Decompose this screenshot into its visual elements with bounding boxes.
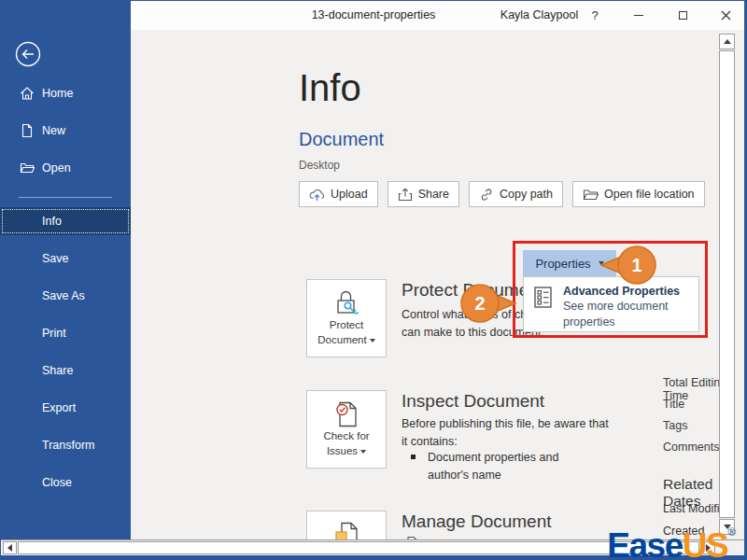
toolbar-button-label: Upload	[331, 188, 368, 201]
check-for-issues-button[interactable]: Check for Issues	[306, 390, 387, 469]
share-icon	[398, 188, 413, 202]
protect-document-button[interactable]: Protect Document	[306, 279, 387, 357]
step-1-callout: 1	[599, 245, 657, 289]
properties-button-label: Properties	[535, 257, 590, 271]
logo-text-ease: Ease	[607, 526, 682, 560]
sidebar-item-label: Close	[42, 476, 72, 489]
help-button[interactable]: ?	[581, 1, 609, 30]
sidebar-item-label: Share	[42, 364, 73, 377]
page-title: Info	[299, 67, 361, 109]
back-arrow-icon	[15, 41, 41, 67]
step-1-number: 1	[631, 255, 641, 275]
inspect-document-heading: Inspect Document	[402, 391, 544, 412]
sidebar-item-label: Open	[42, 161, 71, 175]
easeus-logo: EaseUS®	[607, 528, 736, 560]
toolbar-button-label: Share	[418, 188, 449, 201]
scroll-up-icon	[724, 39, 731, 44]
sidebar-item-label: Export	[42, 401, 76, 414]
inspect-document-description: Before publishing this file, be aware th…	[402, 415, 614, 451]
sidebar-item-share[interactable]: Share	[0, 357, 131, 384]
close-button[interactable]	[712, 1, 740, 30]
link-icon	[479, 188, 494, 202]
dropdown-arrow-icon	[370, 339, 375, 343]
new-document-icon	[20, 123, 35, 138]
sidebar-item-label: Info	[42, 215, 62, 228]
sidebar-item-label: Home	[42, 87, 73, 100]
sidebar-divider	[19, 197, 112, 198]
document-name-heading: Document	[299, 129, 384, 150]
big-button-label-line2: Issues	[327, 445, 358, 456]
scroll-left-icon	[7, 544, 12, 552]
sidebar-item-label: New	[42, 124, 65, 137]
help-icon: ?	[591, 8, 598, 22]
property-label: Comments	[663, 441, 719, 454]
sidebar-item-new[interactable]: New	[0, 118, 131, 144]
toolbar-button-label: Open file location	[604, 188, 695, 201]
big-button-label-line1: Protect	[330, 319, 363, 330]
property-label: Title	[663, 398, 684, 411]
open-folder-icon	[20, 161, 35, 175]
sidebar-item-transform[interactable]: Transform	[0, 432, 131, 458]
sidebar-item-open[interactable]: Open	[0, 155, 131, 181]
advanced-properties-subtitle: See more document properties	[563, 299, 686, 329]
bullet-text: Document properties and author's name	[428, 449, 570, 484]
upload-button[interactable]: Upload	[299, 181, 378, 207]
maximize-icon	[679, 11, 687, 20]
vertical-scrollbar-thumb[interactable]	[719, 50, 735, 518]
folder-icon	[583, 188, 599, 202]
manage-document-heading: Manage Document	[402, 511, 552, 532]
sidebar-item-label: Save	[42, 252, 69, 265]
sidebar-item-home[interactable]: Home	[0, 80, 131, 106]
scroll-up-button[interactable]	[719, 34, 735, 49]
sidebar-item-close[interactable]: Close	[0, 469, 131, 496]
minimize-icon	[634, 15, 643, 17]
sidebar-item-label: Save As	[42, 289, 85, 302]
document-location: Desktop	[299, 159, 340, 172]
lock-key-icon	[331, 288, 361, 318]
inspect-document-icon	[331, 399, 361, 429]
minimize-button[interactable]	[625, 1, 653, 30]
property-label: Tags	[663, 419, 687, 432]
document-title: 13-document-properties	[271, 1, 476, 30]
dropdown-arrow-icon	[360, 450, 366, 454]
copy-path-button[interactable]: Copy path	[469, 181, 563, 207]
sidebar-item-label: Print	[42, 327, 66, 340]
inspect-bullet-item: Document properties and author's name	[411, 449, 570, 484]
vertical-scrollbar[interactable]	[719, 31, 736, 539]
bullet-icon	[411, 455, 416, 459]
backstage-sidebar: Home New Open Info Save Save As Print Sh…	[0, 0, 131, 539]
step-2-callout: 2	[459, 283, 517, 328]
document-toolbar: Upload Share Copy path Open file locatio…	[299, 181, 705, 207]
step-2-number: 2	[474, 293, 485, 314]
sidebar-item-label: Transform	[42, 439, 95, 452]
horizontal-scrollbar-thumb[interactable]	[18, 541, 699, 554]
registered-trademark-icon: ®	[727, 525, 736, 539]
home-icon	[20, 86, 35, 101]
toolbar-button-label: Copy path	[500, 188, 553, 201]
big-button-label-line1: Check for	[323, 430, 369, 441]
big-button-label-line2: Document	[317, 334, 366, 345]
open-file-location-button[interactable]: Open file location	[572, 181, 705, 207]
sidebar-item-export[interactable]: Export	[0, 395, 131, 421]
title-bar: 13-document-properties Kayla Claypool ?	[131, 1, 744, 30]
word-backstage-window: 13-document-properties Kayla Claypool ? …	[0, 0, 747, 560]
sidebar-item-print[interactable]: Print	[0, 320, 131, 346]
sidebar-item-save[interactable]: Save	[0, 245, 131, 272]
account-user-name[interactable]: Kayla Claypool	[486, 1, 593, 30]
close-icon	[721, 10, 731, 21]
share-button[interactable]: Share	[388, 181, 459, 207]
logo-text-us: US	[683, 526, 727, 560]
sidebar-item-save-as[interactable]: Save As	[0, 283, 131, 309]
advanced-properties-icon	[534, 287, 553, 309]
scroll-left-button[interactable]	[3, 541, 17, 554]
maximize-button[interactable]	[669, 1, 697, 30]
upload-cloud-icon	[309, 188, 325, 202]
back-button[interactable]	[15, 41, 41, 67]
sidebar-item-info[interactable]: Info	[0, 207, 131, 235]
